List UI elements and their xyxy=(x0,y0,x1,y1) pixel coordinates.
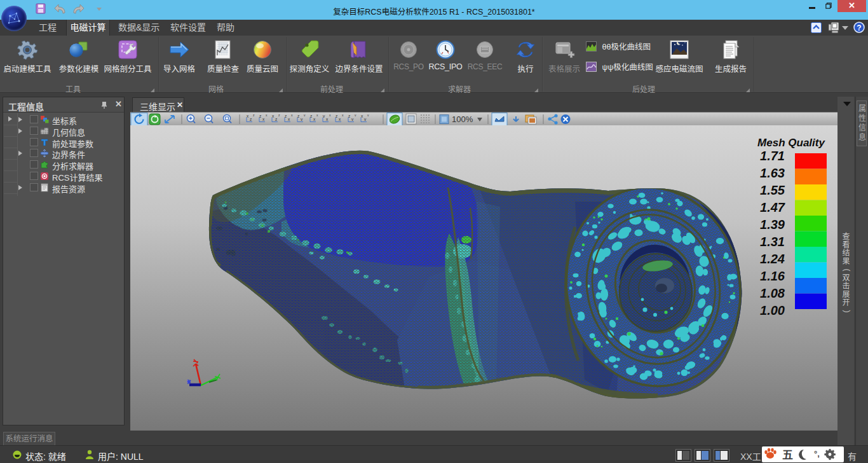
svg-text:v: v xyxy=(301,117,303,121)
svg-text:x: x xyxy=(329,113,331,117)
svg-text:x: x xyxy=(266,113,268,117)
svg-text:x: x xyxy=(262,117,265,121)
svg-text:z: z xyxy=(250,117,252,121)
svg-text:1.16: 1.16 xyxy=(760,269,785,283)
svg-text:v: v xyxy=(355,113,356,117)
svg-text:1.31: 1.31 xyxy=(760,235,785,249)
svg-text:z: z xyxy=(187,378,189,384)
svg-text:x: x xyxy=(326,117,329,121)
svg-text:x: x xyxy=(291,113,293,117)
svg-text:z: z xyxy=(278,113,280,117)
svg-text:v: v xyxy=(351,117,354,121)
svg-text:x: x xyxy=(361,114,363,118)
svg-text:z: z xyxy=(253,113,255,117)
svg-text:1.71: 1.71 xyxy=(760,149,785,163)
svg-text:1.00: 1.00 xyxy=(760,303,785,317)
svg-text:x: x xyxy=(247,114,249,118)
svg-text:1.55: 1.55 xyxy=(760,183,785,197)
svg-text:x: x xyxy=(342,113,344,117)
svg-text:1.47: 1.47 xyxy=(760,200,785,214)
svg-text:Mesh Quality: Mesh Quality xyxy=(757,137,825,149)
svg-text:x: x xyxy=(316,113,318,117)
svg-text:v: v xyxy=(304,113,306,117)
svg-text:100%: 100% xyxy=(452,114,473,124)
svg-text:1.08: 1.08 xyxy=(760,286,785,300)
svg-text:1.24: 1.24 xyxy=(760,252,785,266)
svg-text:x: x xyxy=(339,117,341,121)
svg-text:v: v xyxy=(364,117,367,121)
svg-text:x: x xyxy=(313,117,316,121)
svg-text:z: z xyxy=(275,117,277,121)
svg-text:?: ? xyxy=(857,24,861,32)
svg-text:五: 五 xyxy=(782,449,793,461)
svg-text:x: x xyxy=(288,117,290,121)
svg-text:v: v xyxy=(323,114,325,118)
svg-text:x: x xyxy=(272,114,275,118)
svg-text:°,: °, xyxy=(814,449,820,459)
svg-text:v: v xyxy=(367,113,369,117)
svg-text:1.39: 1.39 xyxy=(760,218,785,232)
svg-text:1.63: 1.63 xyxy=(760,166,785,180)
